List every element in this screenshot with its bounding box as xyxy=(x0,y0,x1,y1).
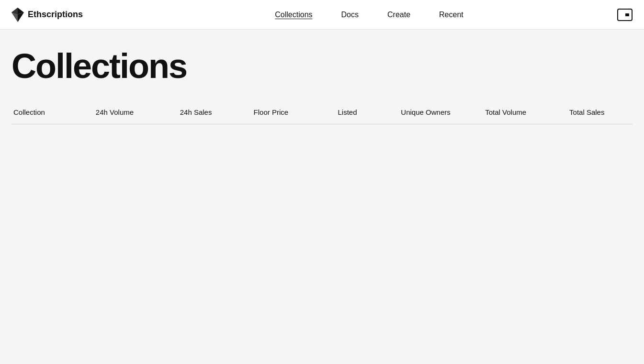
nav-create[interactable]: Create xyxy=(387,11,410,19)
nav-right xyxy=(617,9,633,21)
collections-table: Collection 24h Volume 24h Sales Floor Pr… xyxy=(11,102,633,124)
col-total-sales: Total Sales xyxy=(569,102,633,124)
col-unique-owners: Unique Owners xyxy=(401,102,485,124)
wallet-button[interactable] xyxy=(617,9,633,21)
nav-recent[interactable]: Recent xyxy=(439,11,463,19)
col-listed: Listed xyxy=(338,102,401,124)
col-24h-volume: 24h Volume xyxy=(96,102,180,124)
brand-name: Ethscriptions xyxy=(28,10,83,20)
logo-icon xyxy=(11,8,24,22)
table-header-row: Collection 24h Volume 24h Sales Floor Pr… xyxy=(11,102,633,124)
nav-docs[interactable]: Docs xyxy=(341,11,359,19)
logo-link[interactable]: Ethscriptions xyxy=(11,8,83,22)
main-nav: Collections Docs Create Recent xyxy=(121,11,617,19)
table-header: Collection 24h Volume 24h Sales Floor Pr… xyxy=(11,102,633,124)
page-title: Collections xyxy=(11,49,633,83)
header: Ethscriptions Collections Docs Create Re… xyxy=(0,0,644,30)
col-24h-sales: 24h Sales xyxy=(180,102,254,124)
nav-collections[interactable]: Collections xyxy=(275,11,312,19)
col-collection: Collection xyxy=(11,102,96,124)
col-total-volume: Total Volume xyxy=(485,102,569,124)
main-content: Collections Collection 24h Volume 24h Sa… xyxy=(0,30,644,124)
col-floor-price: Floor Price xyxy=(254,102,338,124)
